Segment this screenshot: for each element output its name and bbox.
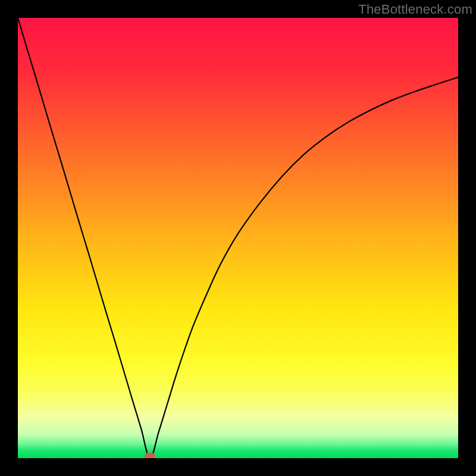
watermark-text: TheBottleneck.com (358, 2, 472, 17)
chart-frame: TheBottleneck.com (0, 0, 476, 476)
bottleneck-chart (18, 18, 458, 458)
